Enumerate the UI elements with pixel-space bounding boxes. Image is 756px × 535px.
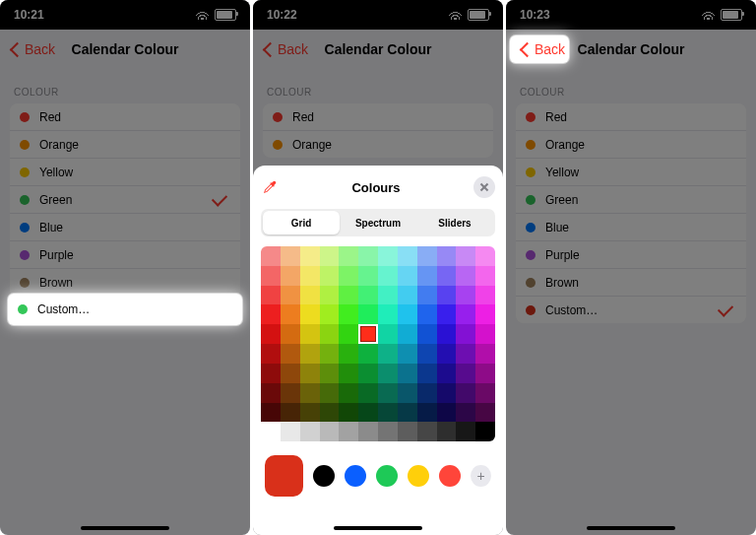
back-button[interactable]: Back (516, 35, 571, 63)
grid-cell[interactable] (358, 383, 378, 403)
grid-cell[interactable] (320, 266, 340, 286)
grid-cell[interactable] (437, 422, 457, 441)
grid-cell[interactable] (261, 286, 281, 305)
grid-cell[interactable] (417, 403, 437, 423)
grid-cell[interactable] (378, 266, 398, 286)
grid-cell[interactable] (378, 304, 398, 324)
colour-row[interactable]: Orange (263, 130, 493, 158)
grid-cell[interactable] (281, 266, 300, 286)
preset-swatch[interactable] (345, 465, 366, 487)
grid-cell[interactable] (475, 364, 495, 383)
grid-cell[interactable] (281, 403, 300, 423)
grid-cell[interactable] (398, 286, 417, 305)
grid-cell[interactable] (378, 324, 398, 344)
colour-row[interactable]: Purple (516, 240, 746, 268)
grid-cell[interactable] (475, 304, 495, 324)
mode-segmented-control[interactable]: GridSpectrumSliders (261, 209, 495, 236)
home-indicator[interactable] (81, 526, 169, 530)
grid-cell[interactable] (339, 403, 358, 423)
grid-cell[interactable] (281, 324, 300, 344)
grid-cell[interactable] (475, 344, 495, 364)
grid-cell[interactable] (437, 344, 457, 364)
grid-cell[interactable] (475, 266, 495, 286)
grid-cell[interactable] (475, 422, 495, 441)
grid-cell[interactable] (261, 266, 281, 286)
grid-cell[interactable] (320, 324, 340, 344)
grid-cell[interactable] (417, 364, 437, 383)
grid-cell[interactable] (358, 246, 378, 266)
grid-cell[interactable] (320, 286, 340, 305)
colour-row[interactable]: Green (10, 185, 240, 213)
grid-cell[interactable] (300, 324, 320, 344)
grid-cell[interactable] (398, 304, 417, 324)
preset-swatch[interactable] (376, 465, 398, 487)
grid-cell[interactable] (300, 266, 320, 286)
grid-cell[interactable] (417, 304, 437, 324)
grid-cell[interactable] (300, 304, 320, 324)
grid-cell[interactable] (456, 383, 475, 403)
grid-cell[interactable] (339, 344, 358, 364)
grid-cell[interactable] (261, 324, 281, 344)
grid-cell[interactable] (378, 364, 398, 383)
colour-row[interactable]: Blue (516, 213, 746, 240)
grid-cell[interactable] (398, 383, 417, 403)
grid-cell[interactable] (339, 304, 358, 324)
colour-row[interactable]: Orange (10, 130, 240, 158)
preset-swatch[interactable] (439, 465, 461, 487)
colour-grid[interactable] (261, 246, 495, 441)
colour-row[interactable]: Custom… (516, 296, 746, 323)
grid-cell[interactable] (281, 364, 300, 383)
colour-row[interactable]: Orange (516, 130, 746, 158)
grid-cell[interactable] (437, 266, 457, 286)
grid-cell[interactable] (261, 344, 281, 364)
grid-cell[interactable] (378, 403, 398, 423)
grid-cell[interactable] (398, 364, 417, 383)
grid-cell[interactable] (475, 324, 495, 344)
grid-cell[interactable] (358, 364, 378, 383)
grid-cell[interactable] (300, 246, 320, 266)
grid-cell[interactable] (339, 324, 358, 344)
grid-cell[interactable] (475, 383, 495, 403)
grid-cell[interactable] (475, 286, 495, 305)
grid-cell[interactable] (358, 422, 378, 441)
grid-cell[interactable] (417, 286, 437, 305)
preset-swatch[interactable] (408, 465, 429, 487)
grid-cell[interactable] (437, 364, 457, 383)
grid-cell[interactable] (456, 364, 475, 383)
home-indicator[interactable] (334, 526, 422, 530)
grid-cell[interactable] (456, 422, 475, 441)
grid-cell[interactable] (281, 246, 300, 266)
grid-cell[interactable] (339, 266, 358, 286)
grid-cell[interactable] (378, 383, 398, 403)
grid-cell[interactable] (456, 403, 475, 423)
grid-cell[interactable] (261, 383, 281, 403)
grid-cell[interactable] (320, 364, 340, 383)
grid-cell[interactable] (398, 246, 417, 266)
grid-cell[interactable] (437, 304, 457, 324)
grid-cell[interactable] (456, 324, 475, 344)
colour-row[interactable]: Blue (10, 213, 240, 240)
grid-cell[interactable] (437, 246, 457, 266)
colour-row[interactable]: Red (516, 103, 746, 130)
grid-cell[interactable] (378, 246, 398, 266)
grid-cell[interactable] (456, 246, 475, 266)
grid-cell[interactable] (437, 286, 457, 305)
grid-cell[interactable] (358, 266, 378, 286)
grid-cell[interactable] (398, 422, 417, 441)
colour-row[interactable]: Red (10, 103, 240, 130)
grid-cell[interactable] (281, 422, 300, 441)
grid-cell[interactable] (417, 383, 437, 403)
grid-cell[interactable] (358, 403, 378, 423)
grid-cell[interactable] (456, 286, 475, 305)
colour-row[interactable]: Green (516, 185, 746, 213)
grid-cell[interactable] (378, 344, 398, 364)
tab-spectrum[interactable]: Spectrum (340, 211, 416, 234)
grid-cell[interactable] (281, 344, 300, 364)
grid-cell[interactable] (358, 344, 378, 364)
grid-cell[interactable] (417, 246, 437, 266)
grid-cell[interactable] (339, 383, 358, 403)
grid-cell[interactable] (300, 286, 320, 305)
grid-cell[interactable] (320, 246, 340, 266)
grid-cell[interactable] (398, 344, 417, 364)
grid-cell[interactable] (398, 324, 417, 344)
